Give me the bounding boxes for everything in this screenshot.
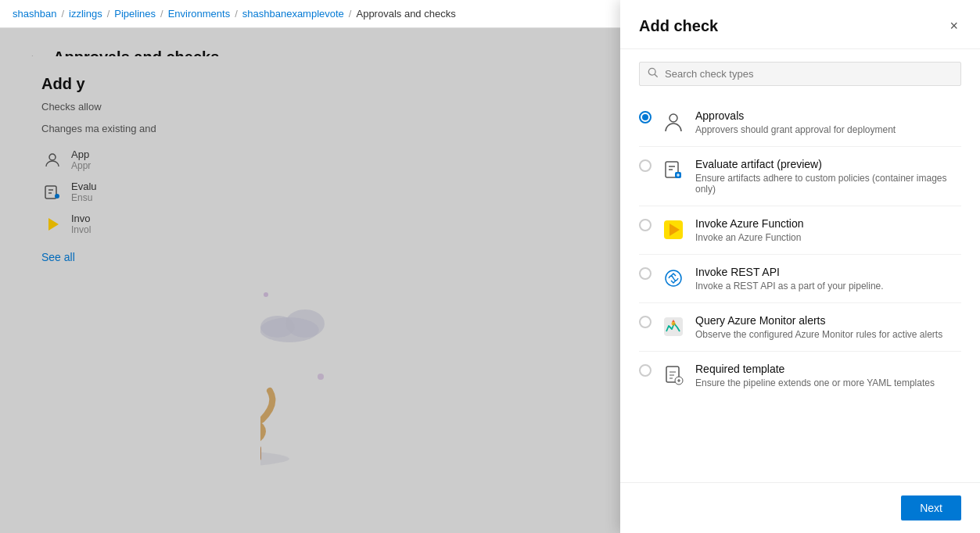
check-type-item-invoke-azure-function[interactable]: Invoke Azure FunctionInvoke an Azure Fun… (639, 206, 961, 255)
search-input[interactable] (665, 68, 953, 80)
panel-title: Add check (639, 17, 718, 35)
radio-query-azure-monitor[interactable] (639, 316, 652, 328)
check-type-desc-required-template: Ensure the pipeline extends one or more … (695, 377, 961, 388)
icon-invoke-rest-api (661, 266, 686, 291)
icon-required-template (661, 363, 686, 388)
check-type-desc-evaluate-artifact: Ensure artifacts adhere to custom polici… (695, 173, 961, 195)
breadcrumb-environments[interactable]: Environments (168, 8, 230, 20)
breadcrumb-sep-5: / (349, 8, 352, 20)
breadcrumb-shashban[interactable]: shashban (13, 8, 56, 20)
check-type-name-query-azure-monitor: Query Azure Monitor alerts (695, 314, 961, 327)
check-type-name-required-template: Required template (695, 363, 961, 375)
breadcrumb-sep-3: / (160, 8, 163, 20)
check-type-item-evaluate-artifact[interactable]: Evaluate artifact (preview)Ensure artifa… (639, 147, 961, 206)
check-type-item-query-azure-monitor[interactable]: Query Azure Monitor alertsObserve the co… (639, 303, 961, 352)
check-type-name-invoke-azure-function: Invoke Azure Function (695, 217, 961, 230)
check-type-desc-invoke-azure-function: Invoke an Azure Function (695, 232, 961, 243)
icon-query-azure-monitor (661, 314, 686, 339)
check-types-list: ApprovalsApprovers should grant approval… (620, 98, 980, 482)
breadcrumb-current: Approvals and checks (356, 8, 455, 20)
radio-required-template[interactable] (639, 364, 652, 377)
check-type-name-evaluate-artifact: Evaluate artifact (preview) (695, 158, 961, 170)
radio-approvals[interactable] (639, 111, 652, 123)
radio-invoke-rest-api[interactable] (639, 267, 652, 280)
check-type-name-invoke-rest-api: Invoke REST API (695, 266, 961, 278)
check-type-desc-approvals: Approvers should grant approval for depl… (695, 124, 961, 135)
radio-invoke-azure-function[interactable] (639, 219, 652, 231)
check-type-item-required-template[interactable]: Required templateEnsure the pipeline ext… (639, 352, 961, 399)
breadcrumb-sep-2: / (107, 8, 110, 20)
check-type-name-approvals: Approvals (695, 109, 961, 122)
breadcrumb-sep-1: / (61, 8, 64, 20)
breadcrumb-izzlings[interactable]: izzlings (69, 8, 102, 20)
svg-point-45 (672, 322, 676, 326)
panel-header: Add check × (620, 0, 980, 49)
search-box[interactable] (639, 62, 961, 86)
svg-point-37 (669, 114, 677, 122)
add-check-panel: Add check × ApprovalsApprovers should gr… (620, 0, 980, 533)
panel-footer: Next (620, 482, 980, 533)
breadcrumb-env-name[interactable]: shashbanexamplevote (242, 8, 344, 20)
icon-invoke-azure-function (661, 217, 686, 242)
icon-evaluate-artifact (661, 158, 686, 183)
next-button[interactable]: Next (901, 495, 961, 520)
icon-approvals (661, 109, 686, 134)
breadcrumb-sep-4: / (235, 8, 238, 20)
close-button[interactable]: × (946, 16, 961, 36)
radio-evaluate-artifact[interactable] (639, 159, 652, 172)
check-type-desc-query-azure-monitor: Observe the configured Azure Monitor rul… (695, 329, 961, 340)
check-type-item-approvals[interactable]: ApprovalsApprovers should grant approval… (639, 98, 961, 147)
breadcrumb-pipelines[interactable]: Pipelines (114, 8, 156, 20)
check-type-desc-invoke-rest-api: Invoke a REST API as a part of your pipe… (695, 281, 961, 292)
search-icon (648, 67, 659, 80)
overlay-backdrop (0, 28, 620, 533)
check-type-item-invoke-rest-api[interactable]: Invoke REST APIInvoke a REST API as a pa… (639, 255, 961, 303)
